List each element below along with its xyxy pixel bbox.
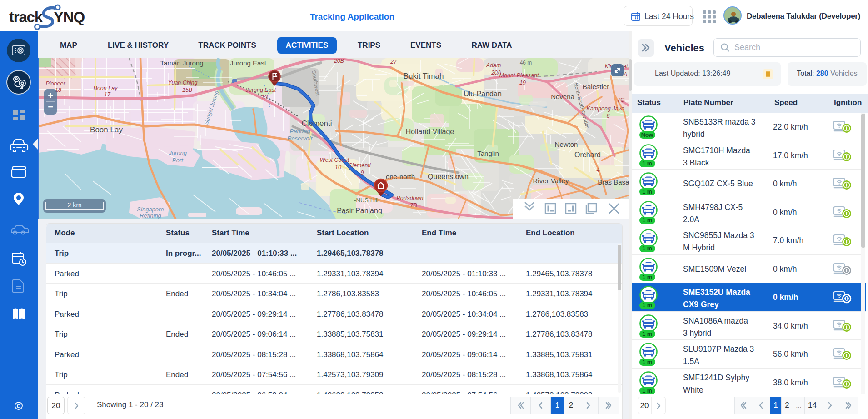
svg-text:Pioneer: Pioneer [45,80,65,87]
svg-text:46 m: 46 m [520,60,532,66]
svg-text:Holland Village: Holland Village [406,128,454,135]
svg-text:Portsdown: Portsdown [396,195,423,201]
svg-text:River Valley: River Valley [533,177,569,185]
svg-text:Pandan: Pandan [290,128,310,135]
svg-text:Reservoir: Reservoir [287,135,313,142]
svg-text:1 m: 1 m [642,388,652,394]
svg-text:20A: 20A [491,70,501,76]
svg-text:Port: Port [172,157,184,164]
svg-text:Clementi: Clementi [301,119,332,128]
svg-text:Jurong: Jurong [168,150,187,156]
svg-text:Jurong East: Jurong East [245,87,276,93]
svg-text:Clementi: Clementi [348,162,371,169]
svg-text:Bukit Timah: Bukit Timah [404,72,444,80]
svg-text:1 m: 1 m [642,189,652,195]
svg-text:Newton: Newton [555,140,578,148]
svg-text:6: 6 [607,113,610,119]
svg-text:Tanglin: Tanglin [477,150,499,157]
svg-text:7B: 7B [410,202,417,209]
svg-text:Mount Pleasant: Mount Pleasant [499,72,539,79]
svg-text:7C: 7C [617,97,625,103]
svg-text:Refining: Refining [140,212,161,219]
svg-text:track: track [9,9,43,25]
svg-text:Kampong Java: Kampong Java [586,105,624,112]
svg-text:Queenstown: Queenstown [428,173,469,180]
svg-text:13: 13 [261,94,268,100]
svg-text:27: 27 [390,59,397,65]
svg-text:YNQ: YNQ [54,9,85,25]
svg-text:1 m: 1 m [642,331,652,337]
svg-text:Boon Lay: Boon Lay [94,85,118,91]
svg-text:Balestier: Balestier [583,83,609,90]
svg-text:Orchard: Orchard [574,151,601,159]
svg-text:Novena: Novena [551,93,574,100]
svg-text:-15B: -15B [180,87,192,93]
svg-text:1 m: 1 m [642,160,652,167]
svg-text:Adam: Adam [486,62,501,69]
svg-text:Jurong East: Jurong East [230,59,267,67]
svg-text:Now: Now [641,132,653,138]
svg-text:1 m: 1 m [642,245,652,252]
svg-text:Singapore: Singapore [137,206,164,213]
svg-text:Pasir Panjang: Pasir Panjang [337,207,382,214]
svg-text:Bras Basah: Bras Basah [598,178,629,186]
svg-text:4: 4 [597,167,600,173]
svg-text:10: 10 [335,164,341,170]
svg-text:20B: 20B [334,58,344,64]
svg-text:Ulu Pandan: Ulu Pandan [464,90,502,98]
svg-text:West Coast: West Coast [320,157,349,163]
svg-text:9: 9 [361,170,364,176]
svg-text:1 m: 1 m [642,302,652,309]
svg-text:1 m: 1 m [642,359,652,365]
svg-text:Yuan Ching: Yuan Ching [168,80,198,86]
svg-text:19: 19 [519,80,526,86]
svg-text:1 m: 1 m [642,217,652,224]
svg-text:one-north: one-north [386,173,415,180]
svg-text:Boon Lay: Boon Lay [90,125,123,134]
svg-text:-NUS Hill: -NUS Hill [354,197,379,204]
svg-text:Taman Jurong: Taman Jurong [160,59,203,67]
svg-text:17: 17 [104,91,111,98]
svg-text:1 m: 1 m [642,274,652,280]
svg-text:C: C [17,403,21,409]
